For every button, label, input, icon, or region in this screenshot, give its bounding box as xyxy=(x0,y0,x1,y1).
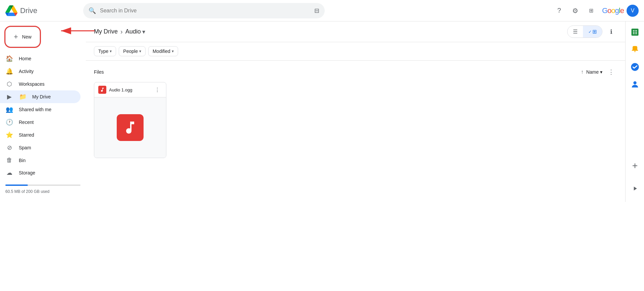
breadcrumb-separator: › xyxy=(120,28,123,35)
logo-area: Drive xyxy=(5,5,79,17)
toolbar-right: ☰ ✓⊞ ℹ xyxy=(567,25,617,38)
sidebar-item-my-drive-label: My Drive xyxy=(32,94,51,99)
user-avatar[interactable]: V xyxy=(627,5,639,17)
apps-button[interactable]: ⊞ xyxy=(585,4,598,17)
sort-dropdown-icon: ▾ xyxy=(600,69,602,75)
sort-label: Name xyxy=(586,69,599,75)
search-bar[interactable]: 🔍 ⊟ xyxy=(83,3,325,18)
storage-icon: ☁ xyxy=(5,169,13,176)
expand-panel-button[interactable] xyxy=(627,180,643,197)
type-filter-arrow: ▾ xyxy=(110,49,112,54)
bin-icon: 🗑 xyxy=(5,157,13,164)
contacts-panel-icon[interactable] xyxy=(627,76,643,92)
help-button[interactable]: ? xyxy=(552,4,566,17)
sort-direction-icon: ↑ xyxy=(581,69,584,75)
breadcrumb-current: Audio ▾ xyxy=(125,28,145,35)
sidebar-item-spam[interactable]: ⊘ Spam xyxy=(0,141,80,154)
sidebar-item-storage-label: Storage xyxy=(19,170,35,175)
right-panel xyxy=(625,21,644,202)
file-card-audio1[interactable]: Audio 1.ogg ⋮ xyxy=(94,82,166,158)
sort-row: ↑ Name ▾ ⋮ xyxy=(581,66,617,78)
new-button[interactable]: + New xyxy=(5,27,40,47)
modified-filter-arrow: ▾ xyxy=(172,49,174,54)
type-filter[interactable]: Type ▾ xyxy=(94,46,116,56)
type-filter-label: Type xyxy=(98,49,108,54)
google-logo: Google xyxy=(602,6,624,15)
file-menu-button[interactable]: ⋮ xyxy=(153,85,162,94)
plus-icon: + xyxy=(14,32,18,41)
svg-rect-5 xyxy=(633,32,635,32)
info-button[interactable]: ℹ xyxy=(605,26,617,38)
sidebar-nav: 🏠 Home 🔔 Activity ⬡ Workspaces ▶ 📁 My Dr… xyxy=(0,52,86,179)
svg-rect-7 xyxy=(633,33,635,34)
drive-logo-icon xyxy=(5,5,17,17)
section-title-label: Files xyxy=(94,69,104,75)
people-filter-label: People xyxy=(123,49,138,54)
svg-rect-3 xyxy=(633,30,635,31)
more-options-button[interactable]: ⋮ xyxy=(605,66,617,78)
section-header: Files ↑ Name ▾ ⋮ xyxy=(94,66,617,78)
svg-rect-6 xyxy=(635,32,637,32)
new-button-wrap: + New xyxy=(0,24,86,52)
people-filter-arrow: ▾ xyxy=(139,49,141,54)
filter-bar: Type ▾ People ▾ Modified ▾ xyxy=(86,42,625,61)
header: Drive 🔍 ⊟ ? ⚙ ⊞ Google V xyxy=(0,0,644,21)
file-card-preview xyxy=(94,97,166,158)
file-card-header: Audio 1.ogg ⋮ xyxy=(94,82,166,97)
shared-icon: 👥 xyxy=(5,106,13,113)
header-right: ? ⚙ ⊞ Google V xyxy=(552,4,639,17)
recent-icon: 🕐 xyxy=(5,119,13,126)
view-toggle: ☰ ✓⊞ xyxy=(567,25,602,38)
activity-icon: 🔔 xyxy=(5,68,13,75)
search-input[interactable] xyxy=(100,8,310,14)
add-panel-button[interactable] xyxy=(627,158,643,174)
sidebar-item-shared-label: Shared with me xyxy=(19,107,51,112)
sidebar-item-spam-label: Spam xyxy=(19,145,31,150)
search-filter-icon[interactable]: ⊟ xyxy=(314,7,319,14)
sidebar-item-storage[interactable]: ☁ Storage xyxy=(0,166,80,179)
main-layout: + New 🏠 Home 🔔 Activity ⬡ Workspaces xyxy=(0,21,644,202)
sidebar-item-activity[interactable]: 🔔 Activity xyxy=(0,65,80,78)
storage-bar-fill xyxy=(5,185,28,186)
breadcrumb-dropdown-icon[interactable]: ▾ xyxy=(142,28,145,35)
home-icon: 🏠 xyxy=(5,55,13,62)
breadcrumb: My Drive › Audio ▾ xyxy=(94,28,145,35)
new-button-label: New xyxy=(22,34,32,40)
workspaces-icon: ⬡ xyxy=(5,80,13,88)
expand-icon: ▶ xyxy=(5,93,13,100)
sidebar-item-recent[interactable]: 🕐 Recent xyxy=(0,116,80,129)
breadcrumb-root[interactable]: My Drive xyxy=(94,28,118,35)
sidebar-item-shared[interactable]: 👥 Shared with me xyxy=(0,103,80,116)
svg-point-10 xyxy=(633,81,636,84)
modified-filter[interactable]: Modified ▾ xyxy=(148,46,178,56)
storage-section: 60.5 MB of 200 GB used xyxy=(0,179,86,199)
svg-rect-2 xyxy=(631,29,638,36)
sidebar-item-bin[interactable]: 🗑 Bin xyxy=(0,154,80,166)
toolbar: My Drive › Audio ▾ ☰ ✓⊞ ℹ xyxy=(86,21,625,42)
main-content: My Drive › Audio ▾ ☰ ✓⊞ ℹ xyxy=(86,21,625,202)
grid-view-button[interactable]: ✓⊞ xyxy=(583,26,602,38)
audio-preview-icon xyxy=(117,114,144,141)
breadcrumb-current-name: Audio xyxy=(125,28,141,35)
sidebar-item-home[interactable]: 🏠 Home xyxy=(0,52,80,65)
starred-icon: ⭐ xyxy=(5,131,13,139)
file-type-icon xyxy=(98,86,106,94)
sort-button[interactable]: Name ▾ xyxy=(586,69,602,75)
sidebar: + New 🏠 Home 🔔 Activity ⬡ Workspaces xyxy=(0,21,86,202)
sheets-panel-icon[interactable] xyxy=(627,24,643,40)
people-filter[interactable]: People ▾ xyxy=(119,46,146,56)
keep-panel-icon[interactable] xyxy=(627,42,643,58)
files-grid: Audio 1.ogg ⋮ xyxy=(94,82,617,158)
svg-rect-8 xyxy=(635,33,637,34)
tasks-panel-icon[interactable] xyxy=(627,59,643,75)
sidebar-item-my-drive[interactable]: ▶ 📁 My Drive xyxy=(0,90,80,103)
sidebar-item-starred[interactable]: ⭐ Starred xyxy=(0,129,80,141)
sidebar-item-workspaces[interactable]: ⬡ Workspaces xyxy=(0,78,80,90)
search-icon: 🔍 xyxy=(89,7,96,14)
settings-button[interactable]: ⚙ xyxy=(569,4,582,17)
sidebar-item-home-label: Home xyxy=(19,56,31,61)
file-name: Audio 1.ogg xyxy=(109,87,150,92)
spam-icon: ⊘ xyxy=(5,144,13,151)
list-view-button[interactable]: ☰ xyxy=(568,26,583,38)
my-drive-icon: 📁 xyxy=(19,93,27,100)
